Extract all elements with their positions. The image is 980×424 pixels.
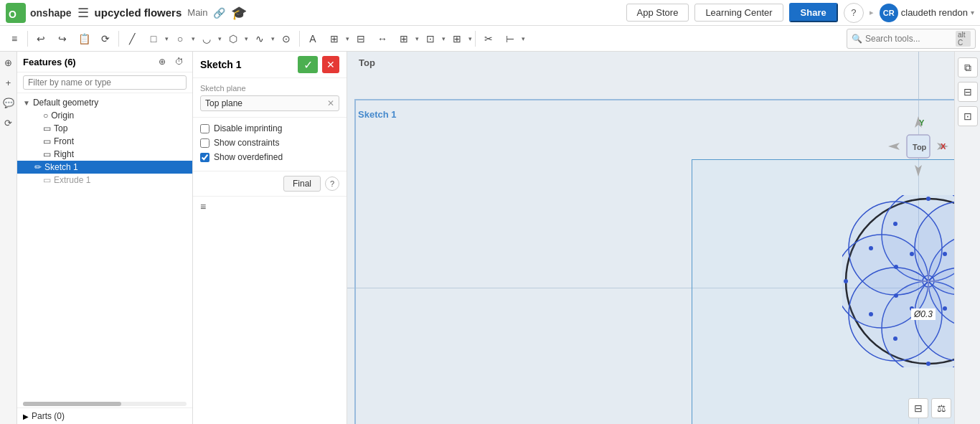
svg-point-34: [943, 306, 947, 311]
pattern-tool-btn[interactable]: ⊞: [447, 29, 467, 49]
transform-dropdown-icon[interactable]: ▾: [346, 35, 349, 42]
left-icon-add[interactable]: +: [1, 75, 17, 90]
polygon-tool-btn[interactable]: ⬡: [223, 29, 243, 49]
tree-item-origin[interactable]: ○ Origin: [17, 109, 192, 122]
spline-tool-btn[interactable]: ∿: [250, 29, 270, 49]
tree-item-right[interactable]: ▭ Right: [17, 148, 192, 161]
bottom-icon-1[interactable]: ⊟: [908, 398, 928, 418]
sketch-plane-clear-icon[interactable]: ✕: [327, 98, 334, 108]
parts-header[interactable]: ▶ Parts (0): [17, 407, 192, 424]
features-icons: ⊕ ⏱: [155, 55, 187, 69]
trim-tool-btn[interactable]: ✂: [479, 29, 499, 49]
tree-item-top[interactable]: ▭ Top: [17, 122, 192, 135]
left-icon-comment[interactable]: 💬: [1, 95, 17, 110]
show-overdefined-option[interactable]: Show overdefined: [200, 152, 339, 162]
point-tool-btn[interactable]: ⊙: [276, 29, 296, 49]
constraint-dropdown-icon[interactable]: ▾: [522, 35, 525, 42]
disable-imprinting-label: Disable imprinting: [214, 123, 282, 133]
features-title: Features (6): [23, 57, 152, 67]
scroll-thumb[interactable]: [23, 402, 121, 406]
right-icon-layers[interactable]: ⊟: [958, 82, 978, 102]
search-tools-input-group: 🔍 alt C: [847, 29, 976, 49]
toolbar-sep-3: [299, 31, 300, 47]
sketch-cancel-button[interactable]: ✕: [322, 56, 339, 73]
viewport[interactable]: Top Sketch 1: [347, 52, 980, 424]
dimension-tool-btn[interactable]: ↔: [372, 29, 392, 49]
learning-center-button[interactable]: Learning Center: [694, 4, 783, 22]
mirror-dropdown-icon[interactable]: ▾: [442, 35, 446, 42]
search-tools-input[interactable]: [865, 34, 953, 44]
rect-dropdown-icon[interactable]: ▾: [165, 35, 169, 42]
svg-text:X: X: [941, 142, 946, 151]
svg-point-26: [893, 222, 897, 226]
show-constraints-option[interactable]: Show constraints: [200, 138, 339, 148]
search-icon: 🔍: [852, 34, 862, 44]
line-tool-btn[interactable]: ╱: [122, 29, 142, 49]
sketch-confirm-button[interactable]: ✓: [298, 56, 318, 73]
filter-input[interactable]: [23, 75, 187, 90]
sketch-options: Disable imprinting Show constraints Show…: [193, 118, 347, 168]
svg-point-25: [869, 246, 873, 250]
app-store-button[interactable]: App Store: [626, 4, 689, 22]
svg-point-29: [894, 265, 898, 269]
section-arrow-icon: ▼: [23, 99, 30, 107]
right-icon-settings[interactable]: ⊡: [958, 106, 978, 126]
menu-hamburger-icon[interactable]: ☰: [77, 5, 89, 21]
arc-tool-btn[interactable]: ◡: [197, 29, 217, 49]
tree-item-front[interactable]: ▭ Front: [17, 135, 192, 148]
left-icon-move[interactable]: ⊕: [1, 55, 17, 70]
undo-button[interactable]: ↩: [31, 29, 51, 49]
sketch-plane-value: Top plane ✕: [200, 95, 339, 111]
feature-panel: Features (6) ⊕ ⏱ ▼ Default geometry ○ Or…: [17, 52, 193, 424]
sketch-help-button[interactable]: ?: [325, 176, 339, 191]
sketch-panel-bottom: ≡: [193, 196, 347, 217]
user-menu[interactable]: CR claudeth rendon ▾: [880, 4, 974, 22]
bottom-icon-2[interactable]: ⚖: [931, 398, 951, 418]
circle-dropdown-icon[interactable]: ▾: [192, 35, 195, 42]
share-button[interactable]: Share: [789, 3, 838, 22]
rect-tool-btn[interactable]: □: [143, 29, 164, 49]
measure-tool-btn[interactable]: ⊟: [351, 29, 371, 49]
sketch-plane-section: Sketch plane Top plane ✕: [193, 78, 347, 118]
spline-dropdown-icon[interactable]: ▾: [271, 35, 275, 42]
transform-tool-btn[interactable]: ⊞: [324, 29, 344, 49]
list-icon[interactable]: ≡: [200, 201, 206, 212]
tree-item-extrude1[interactable]: ▭ Extrude 1: [17, 174, 192, 187]
tree-item-sketch1[interactable]: ✏ Sketch 1: [17, 161, 192, 174]
redo-button[interactable]: ↪: [52, 29, 72, 49]
left-icon-history[interactable]: ⟳: [1, 115, 17, 131]
top-label: Top: [54, 123, 67, 133]
show-overdefined-checkbox[interactable]: [200, 153, 209, 162]
default-geometry-header[interactable]: ▼ Default geometry: [17, 96, 192, 109]
rotate-button[interactable]: ⟳: [95, 29, 116, 49]
parts-title: Parts (0): [32, 411, 65, 421]
constraint-tool-btn[interactable]: ⊢: [500, 29, 520, 49]
features-header: Features (6) ⊕ ⏱: [17, 52, 192, 72]
text-tool-btn[interactable]: A: [303, 29, 323, 49]
disable-imprinting-checkbox[interactable]: [200, 124, 209, 133]
filter-bar: [17, 72, 192, 93]
polygon-dropdown-icon[interactable]: ▾: [245, 35, 248, 42]
bottom-icon-panel: ⊟ ⚖: [908, 398, 951, 418]
recent-docs-button[interactable]: 📋: [74, 29, 94, 49]
help-button[interactable]: ?: [844, 3, 864, 23]
show-overdefined-label: Show overdefined: [214, 152, 283, 162]
scroll-track: [23, 402, 187, 406]
pattern-dropdown-icon[interactable]: ▾: [468, 35, 472, 42]
add-feature-btn[interactable]: ⊕: [155, 55, 169, 69]
final-button[interactable]: Final: [283, 176, 321, 192]
arc-dropdown-icon[interactable]: ▾: [218, 35, 222, 42]
right-icon-copy[interactable]: ⧉: [958, 57, 978, 77]
svg-point-24: [869, 312, 873, 316]
orientation-cube[interactable]: X Y Top: [887, 115, 950, 178]
show-constraints-checkbox[interactable]: [200, 138, 209, 148]
grid-dropdown-icon[interactable]: ▾: [415, 35, 419, 42]
disable-imprinting-option[interactable]: Disable imprinting: [200, 123, 339, 133]
toolbar-main-menu-btn[interactable]: ≡: [4, 29, 24, 49]
history-btn[interactable]: ⏱: [172, 55, 187, 69]
link-icon[interactable]: 🔗: [213, 7, 225, 19]
mirror-tool-btn[interactable]: ⊡: [420, 29, 440, 49]
right-label: Right: [54, 149, 74, 159]
grid-tool-btn[interactable]: ⊞: [394, 29, 414, 49]
circle-tool-btn[interactable]: ○: [170, 29, 190, 49]
